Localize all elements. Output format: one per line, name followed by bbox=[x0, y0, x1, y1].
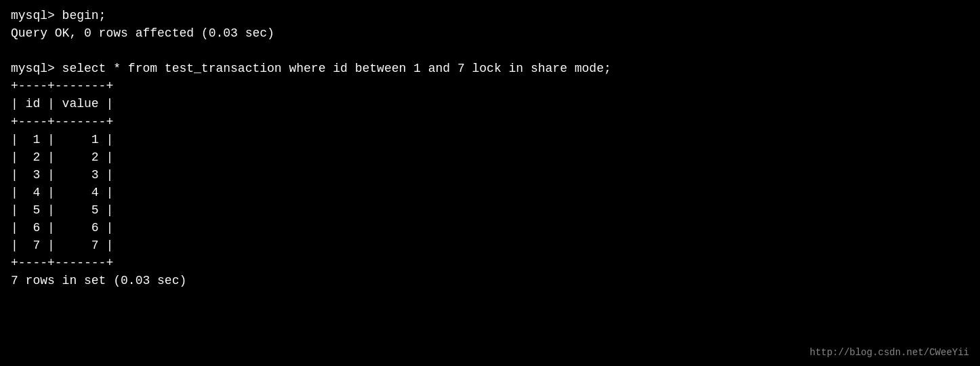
terminal-output: mysql> begin; Query OK, 0 rows affected … bbox=[11, 7, 969, 290]
watermark: http://blog.csdn.net/CWeeYii bbox=[810, 347, 969, 358]
